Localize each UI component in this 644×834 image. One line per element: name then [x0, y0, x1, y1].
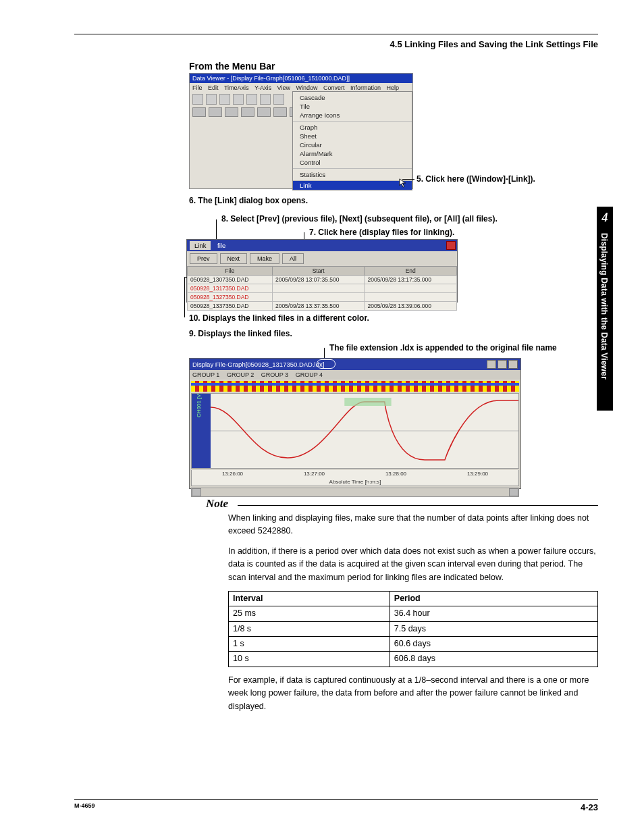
ldx-highlight-icon: [317, 359, 336, 369]
col-file: File: [188, 267, 273, 276]
screenshot-link-dialog: Link file Prev Next Make All FileStartEn…: [186, 239, 458, 303]
th-interval: Interval: [229, 591, 390, 606]
chapter-title: Displaying Data with the Data Viewer: [597, 229, 612, 413]
nav-icon[interactable]: [192, 107, 206, 117]
callout-5: 5. Click here ([Window]-[Link]).: [417, 174, 535, 184]
make-button[interactable]: Make: [250, 253, 279, 264]
note-p1: When linking and displaying files, make …: [228, 512, 598, 538]
chapter-tab: 4 Displaying Data with the Data Viewer: [597, 207, 613, 411]
callout-10: 10. Displays the linked files in a diffe…: [189, 313, 369, 323]
cursor-icon: [399, 178, 408, 188]
save-icon[interactable]: [206, 94, 217, 105]
xtick: 13:26:00: [222, 471, 243, 477]
menu-arrange-icons[interactable]: Arrange Icons: [293, 111, 412, 120]
nav-icon[interactable]: [273, 107, 287, 117]
callout-6: 6. The [Link] dialog box opens.: [189, 196, 308, 205]
tab-group4[interactable]: GROUP 4: [296, 371, 323, 378]
callout-ext: The file extension .ldx is appended to t…: [329, 343, 557, 353]
menu-information[interactable]: Information: [350, 84, 381, 91]
scroll-right-icon[interactable]: [509, 488, 518, 496]
note-heading: Note: [206, 497, 228, 511]
link-table: FileStartEnd 050928_1307350.DAD2005/09/2…: [187, 266, 457, 311]
table-row: 10 s606.8 days: [229, 652, 598, 667]
subheading: From the Menu Bar: [189, 61, 275, 72]
x-axis-label: Absolute Time [h:m:s]: [329, 479, 381, 485]
menu-graph[interactable]: Graph: [293, 123, 412, 132]
all-button[interactable]: All: [282, 253, 304, 264]
table-row[interactable]: 050928_1307350.DAD2005/09/28 13:07:35.50…: [188, 276, 457, 284]
xtick: 13:27:00: [304, 471, 325, 477]
minimize-icon[interactable]: [487, 360, 496, 369]
callout-8: 8. Select [Prev] (previous file), [Next]…: [221, 214, 498, 224]
menu-window[interactable]: Window: [296, 84, 317, 91]
tab-group2[interactable]: GROUP 2: [227, 371, 254, 378]
section-header: 4.5 Linking Files and Saving the Link Se…: [390, 39, 598, 49]
menu-yaxis[interactable]: Y-Axis: [254, 84, 271, 91]
table-row[interactable]: 050928_1317350.DAD: [188, 284, 457, 293]
xtick: 13:29:00: [467, 471, 488, 477]
menu-link[interactable]: Link: [293, 181, 412, 190]
close-icon[interactable]: [446, 241, 456, 250]
close-icon[interactable]: [508, 360, 518, 369]
callout-9: 9. Displays the linked files.: [189, 329, 292, 338]
col-end: End: [365, 267, 457, 276]
interval-table: IntervalPeriod 25 ms36.4 hour 1/8 s7.5 d…: [228, 591, 598, 667]
menu-convert[interactable]: Convert: [323, 84, 345, 91]
maximize-icon[interactable]: [498, 360, 507, 369]
graph-title: Display File-Graph[050928_1317350.DAD.ld…: [192, 361, 324, 368]
menu-statistics[interactable]: Statistics: [293, 170, 412, 179]
time-ruler: [191, 381, 519, 392]
nav-icon[interactable]: [257, 107, 271, 117]
menu-view[interactable]: View: [277, 84, 290, 91]
menu-sheet[interactable]: Sheet: [293, 132, 412, 140]
table-row[interactable]: 050928_1327350.DAD: [188, 293, 457, 302]
menu-timeaxis[interactable]: TimeAxis: [224, 84, 249, 91]
menu-file[interactable]: File: [192, 84, 203, 91]
menu-cascade[interactable]: Cascade: [293, 93, 412, 102]
screenshot-graph: Display File-Graph[050928_1317350.DAD.ld…: [189, 358, 521, 489]
callout-7: 7. Click here (display files for linking…: [309, 228, 454, 237]
tab-file[interactable]: file: [213, 241, 230, 250]
table-row: 25 ms36.4 hour: [229, 606, 598, 621]
window-dropdown: Cascade Tile Arrange Icons Graph Sheet C…: [292, 91, 412, 190]
x-axis: 13:26:00 13:27:00 13:28:00 13:29:00 Abso…: [191, 470, 519, 486]
tab-link[interactable]: Link: [190, 241, 211, 250]
th-period: Period: [390, 591, 597, 606]
tool-icon[interactable]: [246, 94, 257, 105]
table-row[interactable]: 050928_1337350.DAD2005/09/28 13:37:35.50…: [188, 302, 457, 311]
table-row: 1/8 s7.5 days: [229, 621, 598, 636]
menu-alarm-mark[interactable]: Alarm/Mark: [293, 149, 412, 158]
scrollbar[interactable]: [191, 488, 519, 497]
tab-group1[interactable]: GROUP 1: [192, 371, 219, 378]
menu-edit[interactable]: Edit: [208, 84, 219, 91]
plus-icon[interactable]: [260, 94, 271, 105]
note-body: When linking and displaying files, make …: [228, 512, 598, 720]
footer-page: 4-23: [581, 802, 598, 812]
nav-icon[interactable]: [241, 107, 254, 117]
footer-doc-id: M-4659: [74, 802, 95, 812]
menu-circular[interactable]: Circular: [293, 140, 412, 149]
menu-tile[interactable]: Tile: [293, 102, 412, 111]
next-button[interactable]: Next: [220, 253, 248, 264]
prev-button[interactable]: Prev: [190, 253, 217, 264]
open-icon[interactable]: [192, 94, 203, 105]
table-row: 1 s60.6 days: [229, 637, 598, 652]
menu-help[interactable]: Help: [387, 84, 400, 91]
copy-icon[interactable]: [219, 94, 230, 105]
tab-group3[interactable]: GROUP 3: [261, 371, 288, 378]
note-p2: In addition, if there is a period over w…: [228, 545, 598, 584]
app-titlebar: Data Viewer - [Display File-Graph[051006…: [190, 74, 412, 83]
note-p3: For example, if data is captured continu…: [228, 674, 598, 713]
svg-rect-2: [344, 398, 391, 406]
nav-icon[interactable]: [209, 107, 222, 117]
zoom-icon[interactable]: [273, 94, 284, 105]
col-start: Start: [272, 267, 365, 276]
xtick: 13:28:00: [385, 471, 406, 477]
menu-control[interactable]: Control: [293, 158, 412, 167]
scroll-left-icon[interactable]: [192, 488, 201, 496]
y-axis-label: CH001 [V]: [196, 393, 202, 417]
graph-plot: CH001 [V]: [191, 393, 519, 469]
nav-icon[interactable]: [225, 107, 238, 117]
cursor-icon[interactable]: [233, 94, 244, 105]
chapter-number: 4: [597, 207, 613, 229]
